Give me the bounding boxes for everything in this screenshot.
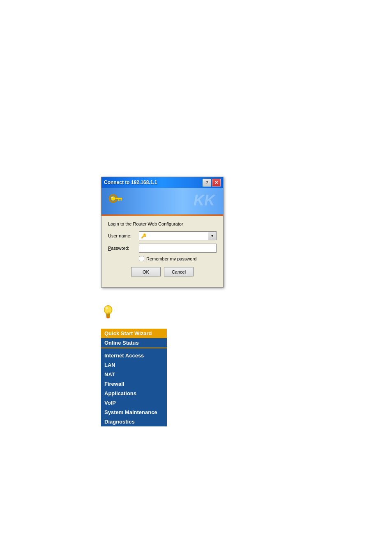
lightbulb-icon	[101, 304, 115, 320]
ok-button[interactable]: OK	[131, 267, 161, 276]
dialog-titlebar: Connect to 192.168.1.1 ? ✕	[101, 177, 223, 188]
nav-item-firewall[interactable]: Firewall	[101, 379, 167, 389]
remember-checkbox[interactable]	[139, 256, 144, 261]
remember-label: Remember my password	[146, 256, 196, 261]
title-buttons: ? ✕	[203, 179, 221, 187]
help-button[interactable]: ?	[203, 179, 211, 187]
nav-item-voip[interactable]: VoIP	[101, 398, 167, 408]
dialog-prompt: Login to the Router Web Configurator	[108, 221, 217, 226]
nav-item-internet-access[interactable]: Internet Access	[101, 351, 167, 360]
svg-rect-3	[118, 199, 120, 201]
banner-decoration: KK	[194, 192, 215, 209]
dialog-title: Connect to 192.168.1.1	[104, 180, 157, 185]
dialog-banner: KK	[101, 188, 223, 214]
login-dialog: Connect to 192.168.1.1 ? ✕ KK Login to t…	[101, 177, 224, 288]
svg-point-5	[111, 197, 113, 198]
remember-row: Remember my password	[139, 256, 217, 261]
svg-point-16	[107, 317, 109, 318]
close-button[interactable]: ✕	[212, 179, 221, 187]
nav-item-diagnostics[interactable]: Diagnostics	[101, 417, 167, 426]
dialog-body: Login to the Router Web Configurator Use…	[101, 216, 223, 287]
svg-rect-10	[106, 315, 110, 317]
nav-item-system-maintenance[interactable]: System Maintenance	[101, 408, 167, 417]
username-label: User name:	[108, 233, 139, 238]
password-row: Password:	[108, 244, 217, 253]
username-input[interactable]	[139, 231, 217, 240]
svg-rect-4	[120, 199, 122, 201]
nav-item-quick-start[interactable]: Quick Start Wizard	[101, 329, 167, 338]
svg-rect-9	[106, 314, 110, 315]
key-icon	[106, 192, 123, 210]
password-label: Password:	[108, 246, 139, 251]
cancel-button[interactable]: Cancel	[164, 267, 194, 276]
nav-item-applications[interactable]: Applications	[101, 389, 167, 398]
username-dropdown[interactable]: ▼	[208, 231, 217, 240]
svg-rect-2	[115, 198, 122, 199]
nav-item-nat[interactable]: NAT	[101, 370, 167, 379]
nav-item-online-status[interactable]: Online Status	[101, 338, 167, 348]
dialog-buttons: OK Cancel	[108, 267, 217, 281]
nav-item-lan[interactable]: LAN	[101, 360, 167, 370]
password-input[interactable]	[139, 244, 217, 253]
password-input-container	[139, 244, 217, 253]
username-row: User name: ▼	[108, 231, 217, 240]
lightbulb-container	[101, 304, 115, 321]
username-input-container: ▼	[139, 231, 217, 240]
nav-menu: Quick Start Wizard Online Status Interne…	[101, 329, 167, 426]
